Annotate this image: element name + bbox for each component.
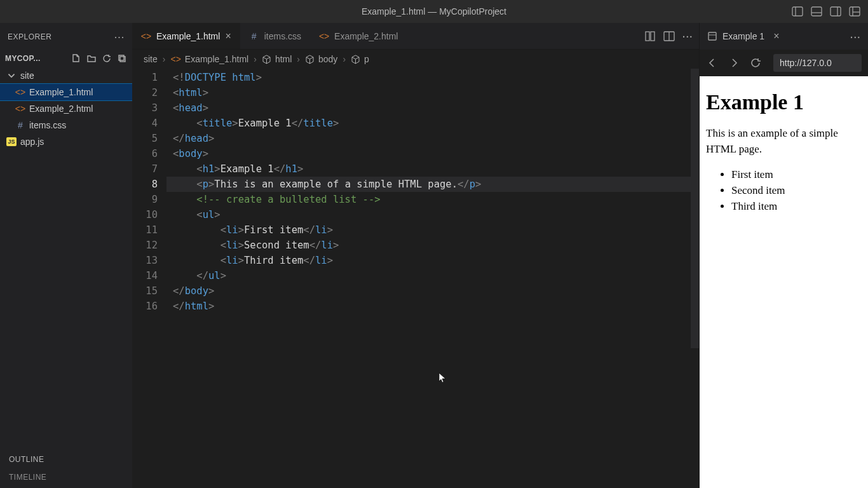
diff-icon[interactable] <box>644 30 656 43</box>
tab-label: items.css <box>264 31 301 41</box>
code-editor[interactable]: 12345678910111213141516 <!DOCTYPE html><… <box>132 69 699 488</box>
sidebar-sections: OUTLINE TIMELINE <box>0 448 132 488</box>
html-file-icon: <> <box>141 31 151 41</box>
cube-icon <box>305 55 315 64</box>
window-title: Example_1.html — MyCopilotProject <box>362 6 506 17</box>
preview-toolbar: http://127.0.0 <box>700 50 868 76</box>
file-label: Example_1.html <box>29 87 93 97</box>
editor-more-icon[interactable]: ··· <box>682 29 693 43</box>
close-icon[interactable]: × <box>773 30 779 42</box>
css-file-icon: # <box>249 31 259 41</box>
preview-tab-label: Example 1 <box>722 31 764 41</box>
cube-icon <box>351 55 360 64</box>
explorer-more-icon[interactable]: ··· <box>114 30 125 44</box>
list-item: First item <box>731 167 862 183</box>
js-file-icon: JS <box>6 137 17 146</box>
forward-icon[interactable] <box>728 57 740 69</box>
preview-document: Example 1 This is an example of a simple… <box>700 76 868 488</box>
svg-rect-11 <box>119 55 124 60</box>
code-source[interactable]: <!DOCTYPE html><html><head> <title>Examp… <box>166 70 699 488</box>
file-example-1[interactable]: <> Example_1.html <box>0 84 132 100</box>
preview-list: First itemSecond itemThird item <box>706 167 862 214</box>
svg-rect-12 <box>120 57 125 62</box>
list-item: Second item <box>731 183 862 199</box>
breadcrumbs[interactable]: site › <>Example_1.html › html › body › … <box>132 50 699 69</box>
crumb-p: p <box>351 54 369 64</box>
split-editor-icon[interactable] <box>663 30 675 43</box>
mouse-cursor-icon <box>438 372 447 384</box>
html-file-icon: <> <box>15 104 25 114</box>
list-item: Third item <box>731 199 862 215</box>
crumb-body: body <box>305 54 337 64</box>
explorer-sidebar: EXPLORER ··· MYCOP... site <> Example_1.… <box>0 23 132 488</box>
titlebar-layout-icons <box>789 4 863 18</box>
tab-example-1[interactable]: <> Example_1.html × <box>132 23 240 49</box>
new-folder-icon[interactable] <box>86 53 97 64</box>
preview-window-icon <box>707 31 717 41</box>
file-example-2[interactable]: <> Example_2.html <box>0 100 132 117</box>
url-input[interactable]: http://127.0.0 <box>773 54 862 72</box>
svg-rect-2 <box>811 7 822 16</box>
file-label: app.js <box>20 137 44 147</box>
crumb-file: <>Example_1.html <box>170 54 248 64</box>
css-file-icon: # <box>15 120 25 130</box>
back-icon[interactable] <box>706 57 719 69</box>
svg-rect-14 <box>651 32 654 41</box>
collapse-all-icon[interactable] <box>117 53 127 64</box>
cube-icon <box>262 55 271 64</box>
titlebar: Example_1.html — MyCopilotProject <box>0 0 868 23</box>
editor-tabs: <> Example_1.html × # items.css <> Examp… <box>132 23 699 50</box>
tab-example-2[interactable]: <> Example_2.html <box>310 23 407 49</box>
preview-heading: Example 1 <box>706 90 862 114</box>
file-label: items.css <box>29 120 66 130</box>
new-file-icon[interactable] <box>71 53 81 64</box>
preview-paragraph: This is an example of a simple HTML page… <box>706 126 862 157</box>
crumb-site: site <box>144 54 158 64</box>
layout-panel-icon[interactable] <box>808 4 825 18</box>
file-app-js[interactable]: JS app.js <box>0 133 132 150</box>
preview-tab[interactable]: Example 1 × ··· <box>700 23 868 50</box>
svg-rect-13 <box>646 32 649 41</box>
svg-rect-0 <box>792 7 803 16</box>
reload-icon[interactable] <box>749 57 762 69</box>
outline-section[interactable]: OUTLINE <box>0 449 132 470</box>
timeline-section[interactable]: TIMELINE <box>0 470 132 488</box>
explorer-header: EXPLORER ··· <box>0 23 132 51</box>
html-file-icon: <> <box>170 54 180 64</box>
layout-primary-sidebar-icon[interactable] <box>789 4 806 18</box>
html-file-icon: <> <box>15 87 25 97</box>
close-icon[interactable]: × <box>225 30 231 42</box>
refresh-icon[interactable] <box>102 53 112 64</box>
explorer-title: EXPLORER <box>8 32 51 41</box>
preview-more-icon[interactable]: ··· <box>850 29 860 44</box>
html-file-icon: <> <box>319 31 329 41</box>
svg-rect-6 <box>850 7 860 16</box>
project-name: MYCOP... <box>5 54 41 63</box>
line-gutter: 12345678910111213141516 <box>132 70 166 488</box>
chevron-down-icon <box>6 71 17 81</box>
folder-label: site <box>20 71 34 81</box>
folder-site[interactable]: site <box>0 67 132 84</box>
tab-label: Example_2.html <box>334 31 398 41</box>
tab-items-css[interactable]: # items.css <box>240 23 310 49</box>
layout-secondary-sidebar-icon[interactable] <box>827 4 844 18</box>
svg-rect-17 <box>709 32 716 40</box>
project-header[interactable]: MYCOP... <box>0 51 132 66</box>
preview-panel: Example 1 × ··· http://127.0.0 Example 1… <box>699 23 868 488</box>
file-tree: site <> Example_1.html <> Example_2.html… <box>0 66 132 151</box>
tab-label: Example_1.html <box>156 31 220 41</box>
editor-scrollbar[interactable] <box>691 69 699 348</box>
crumb-html: html <box>262 54 292 64</box>
editor-panel: <> Example_1.html × # items.css <> Examp… <box>132 23 699 488</box>
file-label: Example_2.html <box>29 104 93 114</box>
svg-rect-4 <box>831 7 841 16</box>
layout-customize-icon[interactable] <box>846 4 863 18</box>
file-items-css[interactable]: # items.css <box>0 117 132 133</box>
